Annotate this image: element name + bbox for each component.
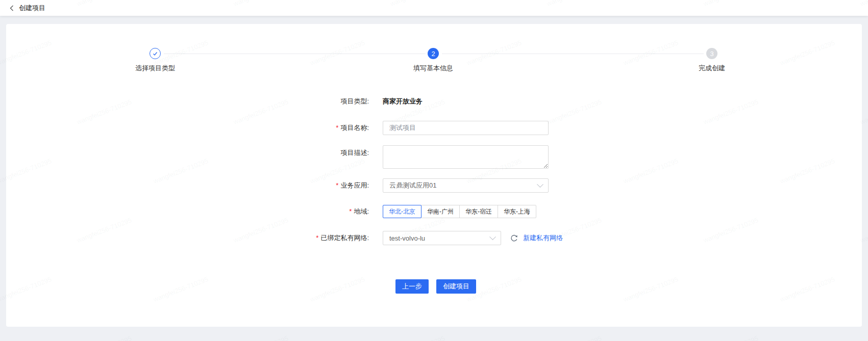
business-app-value: 云鼎测试应用01 bbox=[389, 181, 436, 190]
step-label: 选择项目类型 bbox=[135, 64, 175, 73]
watermark-text: wangfei256-710295 bbox=[859, 334, 868, 341]
project-form: 项目类型: 商家开放业务 *项目名称: 项目描述: *业务应用: 云鼎测试应用0… bbox=[261, 96, 563, 294]
step-connector bbox=[442, 54, 704, 54]
chevron-down-icon bbox=[537, 181, 543, 188]
region-option-shanghai[interactable]: 华东-上海 bbox=[498, 205, 536, 218]
step-done-circle bbox=[150, 48, 161, 59]
project-desc-row: 项目描述: bbox=[261, 145, 563, 169]
project-type-value: 商家开放业务 bbox=[383, 97, 423, 106]
vpc-value: test-volvo-lu bbox=[389, 234, 425, 242]
required-mark: * bbox=[349, 207, 352, 215]
back-button[interactable]: 创建项目 bbox=[9, 4, 45, 13]
region-label: 地域: bbox=[354, 207, 369, 215]
vpc-row: *已绑定私有网络: test-volvo-lu 新建私有网络 bbox=[261, 231, 563, 245]
chevron-down-icon bbox=[489, 233, 496, 240]
step-label: 填写基本信息 bbox=[413, 64, 453, 73]
project-type-label: 项目类型: bbox=[261, 96, 369, 107]
topbar: 创建项目 bbox=[0, 0, 868, 16]
page-title: 创建项目 bbox=[19, 4, 45, 13]
vpc-select[interactable]: test-volvo-lu bbox=[383, 231, 501, 245]
form-actions: 上一步 创建项目 bbox=[395, 279, 563, 294]
required-mark: * bbox=[316, 234, 318, 242]
watermark-text: wangfei256-710295 bbox=[76, 334, 133, 341]
project-desc-textarea[interactable] bbox=[383, 145, 549, 169]
create-project-card: 选择项目类型 2 填写基本信息 3 完成创建 项目类型: 商家开放业务 *项目名… bbox=[6, 24, 862, 327]
prev-step-button[interactable]: 上一步 bbox=[395, 279, 429, 294]
business-app-row: *业务应用: 云鼎测试应用01 bbox=[261, 178, 563, 193]
step-active-circle: 2 bbox=[428, 48, 439, 59]
step-label: 完成创建 bbox=[699, 64, 725, 73]
watermark-text: wangfei256-710295 bbox=[232, 334, 289, 341]
step-complete: 3 完成创建 bbox=[699, 48, 725, 73]
step-connector bbox=[164, 54, 426, 54]
watermark-text: wangfei256-710295 bbox=[389, 334, 446, 341]
watermark-text: wangfei256-710295 bbox=[702, 334, 759, 341]
create-project-button[interactable]: 创建项目 bbox=[436, 279, 476, 294]
vpc-label: 已绑定私有网络: bbox=[320, 234, 369, 242]
watermark-text: wangfei256-710295 bbox=[545, 334, 603, 341]
check-icon bbox=[152, 50, 158, 57]
region-row: *地域: 华北-北京 华南-广州 华东-宿迁 华东-上海 bbox=[261, 205, 563, 218]
business-app-label: 业务应用: bbox=[340, 181, 369, 189]
project-name-input[interactable] bbox=[383, 121, 549, 135]
create-vpc-link[interactable]: 新建私有网络 bbox=[523, 233, 563, 243]
required-mark: * bbox=[336, 181, 338, 189]
refresh-icon bbox=[510, 234, 518, 242]
region-button-group: 华北-北京 华南-广州 华东-宿迁 华东-上海 bbox=[383, 205, 536, 218]
project-type-row: 项目类型: 商家开放业务 bbox=[261, 96, 563, 107]
step-pending-circle: 3 bbox=[706, 48, 717, 59]
stepper: 选择项目类型 2 填写基本信息 3 完成创建 bbox=[6, 24, 862, 75]
business-app-select[interactable]: 云鼎测试应用01 bbox=[383, 178, 549, 193]
region-option-suqian[interactable]: 华东-宿迁 bbox=[459, 205, 498, 218]
chevron-left-icon bbox=[9, 5, 14, 11]
region-option-beijing[interactable]: 华北-北京 bbox=[383, 205, 421, 218]
region-option-guangzhou[interactable]: 华南-广州 bbox=[421, 205, 460, 218]
refresh-vpc-button[interactable] bbox=[510, 234, 518, 242]
step-basic-info: 2 填写基本信息 bbox=[413, 48, 453, 73]
required-mark: * bbox=[336, 124, 338, 132]
project-name-label: 项目名称: bbox=[340, 124, 369, 132]
project-desc-label: 项目描述: bbox=[261, 145, 369, 159]
project-name-row: *项目名称: bbox=[261, 121, 563, 135]
step-select-type: 选择项目类型 bbox=[135, 48, 175, 73]
